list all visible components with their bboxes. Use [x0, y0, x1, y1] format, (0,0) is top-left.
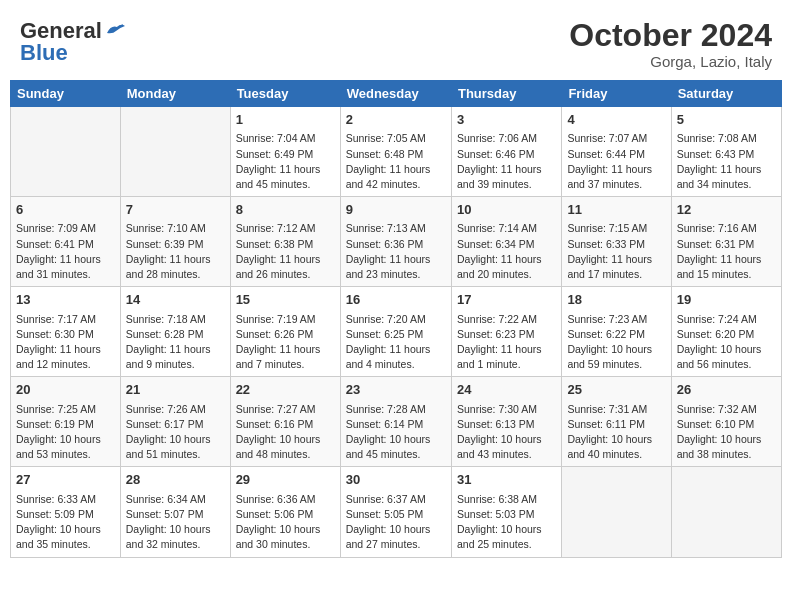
day-number: 5 — [677, 111, 776, 129]
day-number: 18 — [567, 291, 665, 309]
day-number: 26 — [677, 381, 776, 399]
day-info: Sunrise: 7:20 AMSunset: 6:25 PMDaylight:… — [346, 312, 446, 373]
day-number: 29 — [236, 471, 335, 489]
day-info: Sunrise: 7:27 AMSunset: 6:16 PMDaylight:… — [236, 402, 335, 463]
calendar-day-cell: 23Sunrise: 7:28 AMSunset: 6:14 PMDayligh… — [340, 377, 451, 467]
logo: General Blue — [20, 18, 127, 66]
day-number: 6 — [16, 201, 115, 219]
calendar-header-row: SundayMondayTuesdayWednesdayThursdayFrid… — [11, 81, 782, 107]
day-number: 28 — [126, 471, 225, 489]
day-number: 1 — [236, 111, 335, 129]
calendar-day-cell — [671, 467, 781, 557]
calendar-day-cell: 3Sunrise: 7:06 AMSunset: 6:46 PMDaylight… — [451, 107, 561, 197]
day-number: 31 — [457, 471, 556, 489]
day-info: Sunrise: 7:25 AMSunset: 6:19 PMDaylight:… — [16, 402, 115, 463]
day-number: 4 — [567, 111, 665, 129]
day-info: Sunrise: 7:10 AMSunset: 6:39 PMDaylight:… — [126, 221, 225, 282]
calendar-day-cell: 27Sunrise: 6:33 AMSunset: 5:09 PMDayligh… — [11, 467, 121, 557]
day-info: Sunrise: 6:38 AMSunset: 5:03 PMDaylight:… — [457, 492, 556, 553]
calendar-day-cell: 28Sunrise: 6:34 AMSunset: 5:07 PMDayligh… — [120, 467, 230, 557]
day-number: 8 — [236, 201, 335, 219]
calendar-day-cell: 7Sunrise: 7:10 AMSunset: 6:39 PMDaylight… — [120, 197, 230, 287]
day-number: 11 — [567, 201, 665, 219]
calendar-day-cell: 12Sunrise: 7:16 AMSunset: 6:31 PMDayligh… — [671, 197, 781, 287]
day-info: Sunrise: 7:17 AMSunset: 6:30 PMDaylight:… — [16, 312, 115, 373]
day-info: Sunrise: 7:06 AMSunset: 6:46 PMDaylight:… — [457, 131, 556, 192]
day-info: Sunrise: 7:26 AMSunset: 6:17 PMDaylight:… — [126, 402, 225, 463]
calendar-day-cell: 2Sunrise: 7:05 AMSunset: 6:48 PMDaylight… — [340, 107, 451, 197]
weekday-header-friday: Friday — [562, 81, 671, 107]
weekday-header-tuesday: Tuesday — [230, 81, 340, 107]
calendar-day-cell — [11, 107, 121, 197]
calendar-day-cell: 29Sunrise: 6:36 AMSunset: 5:06 PMDayligh… — [230, 467, 340, 557]
calendar-day-cell: 14Sunrise: 7:18 AMSunset: 6:28 PMDayligh… — [120, 287, 230, 377]
day-info: Sunrise: 6:34 AMSunset: 5:07 PMDaylight:… — [126, 492, 225, 553]
calendar-day-cell: 26Sunrise: 7:32 AMSunset: 6:10 PMDayligh… — [671, 377, 781, 467]
day-info: Sunrise: 7:18 AMSunset: 6:28 PMDaylight:… — [126, 312, 225, 373]
day-info: Sunrise: 7:13 AMSunset: 6:36 PMDaylight:… — [346, 221, 446, 282]
day-info: Sunrise: 6:36 AMSunset: 5:06 PMDaylight:… — [236, 492, 335, 553]
day-number: 27 — [16, 471, 115, 489]
calendar-week-row: 6Sunrise: 7:09 AMSunset: 6:41 PMDaylight… — [11, 197, 782, 287]
calendar-day-cell: 24Sunrise: 7:30 AMSunset: 6:13 PMDayligh… — [451, 377, 561, 467]
day-info: Sunrise: 7:15 AMSunset: 6:33 PMDaylight:… — [567, 221, 665, 282]
day-number: 12 — [677, 201, 776, 219]
calendar-week-row: 13Sunrise: 7:17 AMSunset: 6:30 PMDayligh… — [11, 287, 782, 377]
day-number: 19 — [677, 291, 776, 309]
calendar-day-cell: 1Sunrise: 7:04 AMSunset: 6:49 PMDaylight… — [230, 107, 340, 197]
day-number: 9 — [346, 201, 446, 219]
location-heading: Gorga, Lazio, Italy — [569, 53, 772, 70]
day-info: Sunrise: 7:19 AMSunset: 6:26 PMDaylight:… — [236, 312, 335, 373]
calendar-day-cell: 6Sunrise: 7:09 AMSunset: 6:41 PMDaylight… — [11, 197, 121, 287]
calendar-day-cell: 31Sunrise: 6:38 AMSunset: 5:03 PMDayligh… — [451, 467, 561, 557]
day-number: 21 — [126, 381, 225, 399]
header: General Blue October 2024 Gorga, Lazio, … — [10, 10, 782, 74]
day-number: 16 — [346, 291, 446, 309]
weekday-header-sunday: Sunday — [11, 81, 121, 107]
day-info: Sunrise: 6:37 AMSunset: 5:05 PMDaylight:… — [346, 492, 446, 553]
day-number: 7 — [126, 201, 225, 219]
day-number: 14 — [126, 291, 225, 309]
day-info: Sunrise: 7:24 AMSunset: 6:20 PMDaylight:… — [677, 312, 776, 373]
day-number: 15 — [236, 291, 335, 309]
day-info: Sunrise: 7:09 AMSunset: 6:41 PMDaylight:… — [16, 221, 115, 282]
calendar-day-cell: 19Sunrise: 7:24 AMSunset: 6:20 PMDayligh… — [671, 287, 781, 377]
weekday-header-saturday: Saturday — [671, 81, 781, 107]
day-number: 30 — [346, 471, 446, 489]
day-number: 22 — [236, 381, 335, 399]
day-info: Sunrise: 7:14 AMSunset: 6:34 PMDaylight:… — [457, 221, 556, 282]
calendar-day-cell: 5Sunrise: 7:08 AMSunset: 6:43 PMDaylight… — [671, 107, 781, 197]
calendar-day-cell: 30Sunrise: 6:37 AMSunset: 5:05 PMDayligh… — [340, 467, 451, 557]
day-info: Sunrise: 7:05 AMSunset: 6:48 PMDaylight:… — [346, 131, 446, 192]
day-info: Sunrise: 7:22 AMSunset: 6:23 PMDaylight:… — [457, 312, 556, 373]
day-number: 24 — [457, 381, 556, 399]
calendar-day-cell: 20Sunrise: 7:25 AMSunset: 6:19 PMDayligh… — [11, 377, 121, 467]
day-info: Sunrise: 7:28 AMSunset: 6:14 PMDaylight:… — [346, 402, 446, 463]
calendar-day-cell: 4Sunrise: 7:07 AMSunset: 6:44 PMDaylight… — [562, 107, 671, 197]
month-title: October 2024 Gorga, Lazio, Italy — [569, 18, 772, 70]
calendar-day-cell: 11Sunrise: 7:15 AMSunset: 6:33 PMDayligh… — [562, 197, 671, 287]
day-number: 2 — [346, 111, 446, 129]
calendar-day-cell: 9Sunrise: 7:13 AMSunset: 6:36 PMDaylight… — [340, 197, 451, 287]
calendar-day-cell: 18Sunrise: 7:23 AMSunset: 6:22 PMDayligh… — [562, 287, 671, 377]
day-info: Sunrise: 7:07 AMSunset: 6:44 PMDaylight:… — [567, 131, 665, 192]
month-heading: October 2024 — [569, 18, 772, 53]
calendar-day-cell — [562, 467, 671, 557]
day-info: Sunrise: 7:16 AMSunset: 6:31 PMDaylight:… — [677, 221, 776, 282]
calendar-day-cell: 21Sunrise: 7:26 AMSunset: 6:17 PMDayligh… — [120, 377, 230, 467]
calendar-day-cell: 13Sunrise: 7:17 AMSunset: 6:30 PMDayligh… — [11, 287, 121, 377]
calendar-day-cell: 15Sunrise: 7:19 AMSunset: 6:26 PMDayligh… — [230, 287, 340, 377]
calendar-day-cell: 22Sunrise: 7:27 AMSunset: 6:16 PMDayligh… — [230, 377, 340, 467]
calendar-table: SundayMondayTuesdayWednesdayThursdayFrid… — [10, 80, 782, 557]
calendar-week-row: 1Sunrise: 7:04 AMSunset: 6:49 PMDaylight… — [11, 107, 782, 197]
day-info: Sunrise: 6:33 AMSunset: 5:09 PMDaylight:… — [16, 492, 115, 553]
calendar-week-row: 27Sunrise: 6:33 AMSunset: 5:09 PMDayligh… — [11, 467, 782, 557]
calendar-week-row: 20Sunrise: 7:25 AMSunset: 6:19 PMDayligh… — [11, 377, 782, 467]
day-number: 13 — [16, 291, 115, 309]
day-number: 20 — [16, 381, 115, 399]
calendar-day-cell: 16Sunrise: 7:20 AMSunset: 6:25 PMDayligh… — [340, 287, 451, 377]
day-info: Sunrise: 7:32 AMSunset: 6:10 PMDaylight:… — [677, 402, 776, 463]
calendar-day-cell: 17Sunrise: 7:22 AMSunset: 6:23 PMDayligh… — [451, 287, 561, 377]
day-info: Sunrise: 7:04 AMSunset: 6:49 PMDaylight:… — [236, 131, 335, 192]
day-info: Sunrise: 7:31 AMSunset: 6:11 PMDaylight:… — [567, 402, 665, 463]
